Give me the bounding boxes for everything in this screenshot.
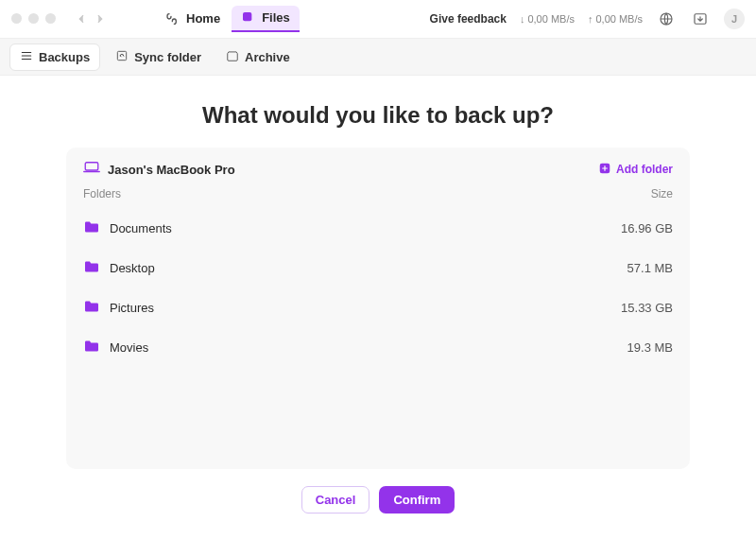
backup-card: Jason's MacBook Pro Add folder Folders S… bbox=[66, 148, 690, 469]
nav-back-button[interactable] bbox=[75, 12, 88, 26]
tab-home-label: Home bbox=[186, 11, 220, 26]
window-controls bbox=[11, 13, 56, 24]
add-folder-button[interactable]: Add folder bbox=[598, 162, 673, 178]
list-icon bbox=[20, 49, 33, 65]
col-folders: Folders bbox=[83, 187, 121, 200]
subtab-backups[interactable]: Backups bbox=[9, 44, 100, 71]
subtab-archive[interactable]: Archive bbox=[216, 44, 300, 70]
download-speed-value: 0,00 MB/s bbox=[527, 13, 575, 25]
cancel-button[interactable]: Cancel bbox=[301, 486, 370, 513]
table-header: Folders Size bbox=[83, 187, 673, 208]
arrow-up-icon: ↑ bbox=[588, 13, 593, 25]
folder-size: 57.1 MB bbox=[627, 261, 673, 275]
subtab-sync-label: Sync folder bbox=[134, 50, 201, 64]
svg-rect-4 bbox=[85, 163, 98, 170]
folder-size: 15.33 GB bbox=[621, 301, 673, 315]
avatar[interactable]: J bbox=[724, 9, 745, 29]
titlebar-tools: Give feedback ↓ 0,00 MB/s ↑ 0,00 MB/s J bbox=[430, 9, 745, 29]
open-folder-button[interactable] bbox=[690, 9, 711, 29]
main-tabs: Home Files bbox=[156, 6, 300, 32]
titlebar: Home Files Give feedback ↓ 0,00 MB/s ↑ 0… bbox=[0, 0, 756, 38]
table-row[interactable]: Pictures 15.33 GB bbox=[83, 287, 673, 327]
folder-name: Movies bbox=[110, 340, 148, 355]
upload-speed: ↑ 0,00 MB/s bbox=[588, 13, 643, 25]
table-row[interactable]: Desktop 57.1 MB bbox=[83, 248, 673, 287]
folder-icon bbox=[83, 260, 100, 276]
svg-rect-3 bbox=[118, 51, 127, 60]
download-speed: ↓ 0,00 MB/s bbox=[520, 13, 575, 25]
confirm-button[interactable]: Confirm bbox=[379, 486, 455, 513]
subtab-archive-label: Archive bbox=[245, 50, 290, 64]
subtabs-bar: Backups Sync folder Archive bbox=[0, 38, 756, 76]
folder-name: Documents bbox=[110, 221, 172, 235]
folder-name: Pictures bbox=[110, 301, 154, 315]
page-title: What would you like to back up? bbox=[202, 102, 554, 129]
upload-speed-value: 0,00 MB/s bbox=[595, 13, 643, 25]
svg-rect-0 bbox=[243, 12, 251, 21]
subtab-sync[interactable]: Sync folder bbox=[106, 44, 211, 70]
tab-home[interactable]: Home bbox=[156, 7, 230, 31]
folder-icon bbox=[83, 339, 100, 356]
subtab-backups-label: Backups bbox=[39, 50, 90, 64]
folder-icon bbox=[83, 300, 100, 316]
nav-arrows bbox=[75, 12, 107, 26]
plus-icon bbox=[598, 162, 611, 178]
minimize-window-dot[interactable] bbox=[28, 13, 39, 24]
page: What would you like to back up? Jason's … bbox=[0, 76, 756, 513]
files-icon bbox=[241, 10, 256, 26]
tab-files-label: Files bbox=[262, 10, 290, 25]
sync-icon bbox=[115, 49, 129, 65]
tab-files[interactable]: Files bbox=[232, 6, 300, 32]
globe-button[interactable] bbox=[656, 9, 677, 29]
home-icon bbox=[165, 11, 180, 26]
card-header: Jason's MacBook Pro Add folder bbox=[83, 161, 673, 187]
folder-icon bbox=[83, 220, 100, 236]
laptop-icon bbox=[83, 161, 100, 178]
arrow-down-icon: ↓ bbox=[520, 13, 525, 25]
table-row[interactable]: Movies 19.3 MB bbox=[83, 327, 673, 367]
globe-icon bbox=[658, 10, 675, 27]
table-row[interactable]: Documents 16.96 GB bbox=[83, 208, 673, 248]
add-folder-label: Add folder bbox=[616, 163, 673, 176]
folder-size: 19.3 MB bbox=[627, 340, 673, 355]
close-window-dot[interactable] bbox=[11, 13, 22, 24]
footer-actions: Cancel Confirm bbox=[301, 486, 455, 513]
device-name: Jason's MacBook Pro bbox=[108, 163, 235, 177]
folder-list: Documents 16.96 GB Desktop 57.1 MB Pictu… bbox=[83, 208, 673, 367]
maximize-window-dot[interactable] bbox=[45, 13, 56, 24]
col-size: Size bbox=[651, 187, 673, 200]
folder-name: Desktop bbox=[110, 261, 155, 275]
nav-forward-button[interactable] bbox=[94, 12, 107, 26]
feedback-link[interactable]: Give feedback bbox=[430, 12, 507, 26]
folder-size: 16.96 GB bbox=[621, 221, 673, 235]
open-folder-icon bbox=[692, 10, 709, 27]
archive-icon bbox=[226, 49, 239, 65]
